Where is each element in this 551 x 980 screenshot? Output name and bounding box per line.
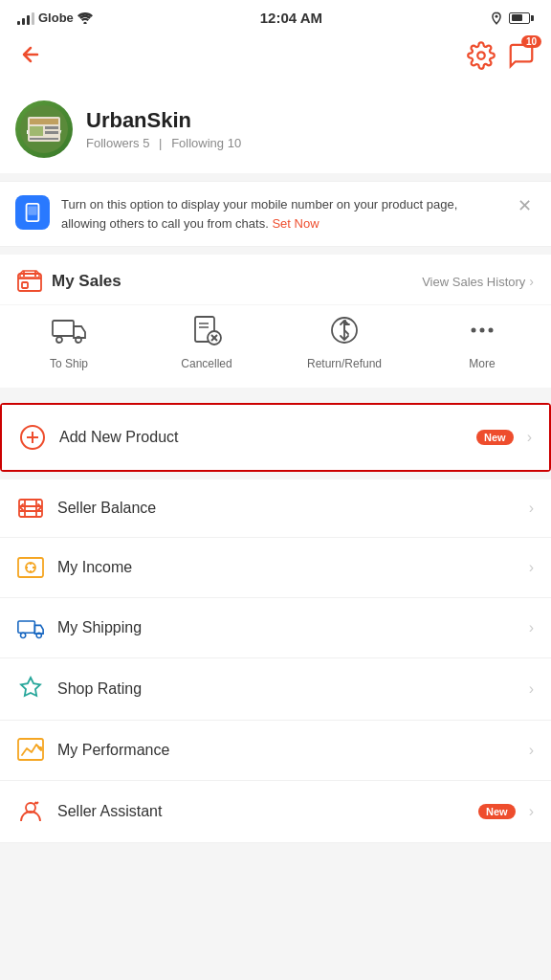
to-ship-label: To Ship (50, 357, 88, 370)
return-refund-tab[interactable]: Return/Refund (276, 315, 413, 370)
svg-point-2 (477, 52, 485, 59)
status-right (490, 11, 534, 25)
chevron-icon: › (529, 680, 534, 698)
nav-actions: 10 (467, 41, 536, 74)
chevron-icon: › (529, 500, 534, 517)
notification-banner: Turn on this option to display your mobi… (0, 181, 551, 247)
truck-icon (52, 315, 86, 349)
svg-point-38 (36, 633, 41, 637)
my-performance-icon (17, 738, 44, 763)
location-icon (490, 11, 503, 25)
svg-rect-16 (53, 321, 74, 336)
close-banner-button[interactable]: ✕ (514, 195, 536, 216)
status-bar: Globe 12:04 AM (0, 0, 551, 32)
wifi-icon (77, 12, 93, 24)
sales-icon (17, 270, 42, 293)
phone-icon (15, 195, 50, 230)
svg-point-17 (56, 337, 62, 343)
svg-rect-33 (19, 500, 42, 517)
avatar-image: malunggay (20, 105, 68, 153)
refund-icon (329, 315, 360, 349)
menu-list: Seller Balance › My Income › My Shipping… (0, 479, 551, 843)
add-product-item[interactable]: Add New Product New › (2, 405, 549, 470)
battery-icon (509, 12, 534, 24)
my-shipping-icon (17, 615, 44, 640)
cancelled-tab[interactable]: Cancelled (138, 315, 276, 370)
sales-tabs: To Ship Cancelled (0, 304, 551, 388)
view-sales-history[interactable]: View Sales History › (422, 274, 534, 289)
seller-assistant-item[interactable]: Seller Assistant New › (0, 781, 551, 843)
my-performance-item[interactable]: My Performance › (0, 721, 551, 781)
profile-section: malunggay UrbanSkin Followers 5 | Follow… (0, 87, 551, 173)
followers-info: Followers 5 | Following 10 (86, 136, 241, 150)
chevron-icon: › (527, 429, 532, 446)
add-product-badge: New (476, 430, 514, 445)
top-nav: 10 (0, 32, 551, 87)
svg-point-37 (21, 633, 26, 637)
banner-text: Turn on this option to display your mobi… (61, 195, 502, 233)
svg-point-27 (472, 328, 476, 333)
profile-info: UrbanSkin Followers 5 | Following 10 (86, 108, 241, 150)
signal-icon (17, 11, 34, 25)
my-sales-header: My Sales View Sales History › (0, 255, 551, 304)
svg-point-29 (489, 328, 494, 333)
svg-point-0 (83, 21, 86, 23)
chat-icon[interactable]: 10 (507, 41, 536, 74)
seller-balance-label: Seller Balance (57, 500, 516, 517)
my-shipping-item[interactable]: My Shipping › (0, 598, 551, 658)
svg-rect-13 (28, 207, 36, 215)
svg-point-1 (496, 14, 498, 17)
followers-label: Followers 5 (86, 136, 149, 150)
back-button[interactable] (15, 39, 46, 76)
svg-rect-8 (45, 126, 58, 129)
seller-assistant-icon (17, 798, 44, 825)
settings-icon[interactable] (467, 41, 496, 74)
shop-rating-label: Shop Rating (57, 680, 516, 698)
to-ship-tab[interactable]: To Ship (0, 315, 138, 370)
chevron-icon: › (529, 803, 534, 820)
svg-point-18 (76, 337, 81, 343)
chevron-icon: › (529, 619, 534, 636)
carrier-label: Globe (38, 11, 74, 25)
svg-rect-36 (18, 621, 35, 633)
seller-balance-item[interactable]: Seller Balance › (0, 479, 551, 538)
svg-rect-10 (30, 138, 58, 140)
add-product-label: Add New Product (59, 429, 457, 446)
shop-name: UrbanSkin (86, 108, 241, 133)
divider2 (0, 472, 551, 479)
status-left: Globe (17, 11, 93, 25)
status-time: 12:04 AM (260, 10, 322, 26)
svg-rect-34 (18, 558, 43, 577)
my-sales-left: My Sales (17, 270, 121, 293)
my-income-item[interactable]: My Income › (0, 538, 551, 598)
add-product-icon (19, 424, 46, 451)
more-tab[interactable]: More (413, 315, 551, 370)
svg-point-28 (480, 328, 485, 333)
divider (0, 395, 551, 403)
svg-rect-7 (30, 126, 43, 136)
chevron-icon: › (529, 742, 534, 759)
more-label: More (469, 357, 495, 370)
my-income-label: My Income (57, 559, 516, 576)
seller-assistant-badge: New (478, 804, 516, 819)
svg-rect-6 (30, 119, 58, 124)
shop-rating-icon (17, 676, 44, 702)
seller-assistant-label: Seller Assistant (57, 803, 459, 820)
more-icon (467, 315, 497, 349)
my-performance-label: My Performance (57, 742, 516, 759)
return-refund-label: Return/Refund (307, 357, 382, 370)
chat-badge: 10 (521, 35, 541, 48)
my-shipping-label: My Shipping (57, 619, 516, 636)
following-label: Following 10 (171, 136, 241, 150)
my-income-icon (17, 555, 44, 580)
my-sales-section: My Sales View Sales History › To Ship (0, 255, 551, 388)
svg-rect-15 (22, 282, 28, 288)
set-now-link[interactable]: Set Now (272, 216, 319, 231)
cancelled-icon (191, 315, 222, 349)
svg-rect-9 (45, 131, 58, 134)
cancelled-label: Cancelled (181, 357, 231, 370)
chevron-right-icon: › (529, 274, 534, 289)
my-sales-title: My Sales (52, 272, 121, 291)
add-product-section[interactable]: Add New Product New › (0, 403, 551, 472)
shop-rating-item[interactable]: Shop Rating › (0, 658, 551, 721)
